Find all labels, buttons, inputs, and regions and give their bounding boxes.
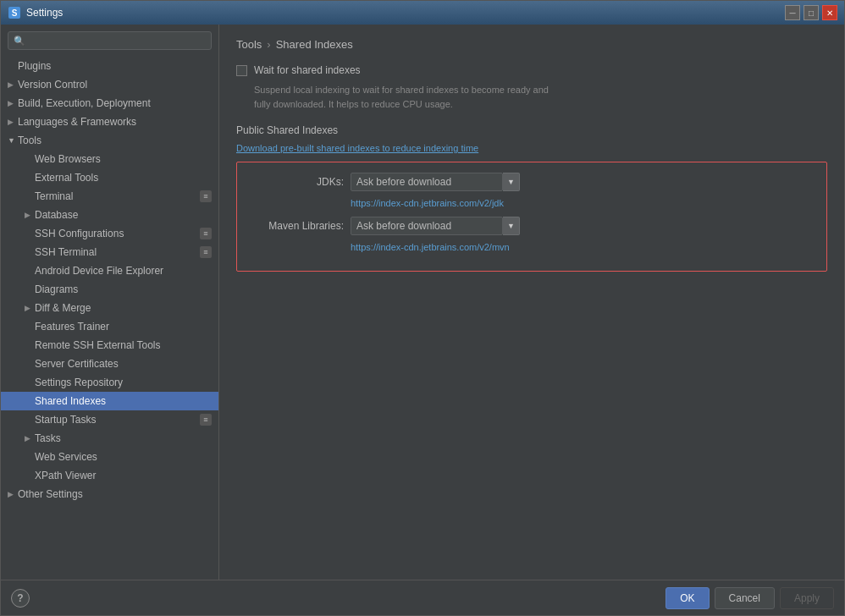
sidebar-item-xpath-viewer[interactable]: XPath Viewer <box>1 466 218 485</box>
window-controls: ─ □ ✕ <box>785 5 837 20</box>
arrow-icon <box>25 341 35 349</box>
breadcrumb-current: Shared Indexes <box>276 38 353 51</box>
arrow-icon <box>25 285 35 294</box>
sidebar-item-shared-indexes[interactable]: Shared Indexes <box>1 392 218 410</box>
wait-checkbox-label: Wait for shared indexes <box>254 64 361 76</box>
ok-button[interactable]: OK <box>666 587 709 609</box>
sidebar-item-label: Build, Execution, Deployment <box>18 97 151 109</box>
search-input[interactable] <box>29 35 206 47</box>
jdk-field-row: JDKs: Ask before download Always downloa… <box>251 173 813 191</box>
arrow-icon <box>25 322 35 331</box>
maven-dropdown-wrapper: Ask before download Always download Neve… <box>351 217 520 235</box>
sidebar-item-tools[interactable]: ▼ Tools <box>1 131 218 150</box>
bottom-bar: ? OK Cancel Apply <box>1 580 844 615</box>
jdk-dropdown-arrow[interactable]: ▼ <box>503 173 520 191</box>
search-icon: 🔍 <box>14 36 25 47</box>
sidebar-item-label: SSH Configurations <box>35 228 124 239</box>
sidebar-item-web-services[interactable]: Web Services <box>1 448 218 466</box>
outlined-box: JDKs: Ask before download Always downloa… <box>236 162 827 272</box>
sidebar-item-diagrams[interactable]: Diagrams <box>1 280 218 299</box>
sidebar-item-label: Features Trainer <box>35 321 109 333</box>
sidebar-item-label: Shared Indexes <box>35 395 106 407</box>
sidebar-item-label: Plugins <box>18 60 51 72</box>
arrow-icon: ▶ <box>8 80 18 89</box>
sidebar-item-build-execution[interactable]: ▶ Build, Execution, Deployment <box>1 94 218 113</box>
sidebar-item-label: Android Device File Explorer <box>35 265 163 277</box>
sidebar-item-label: Web Browsers <box>35 153 101 165</box>
sidebar-item-external-tools[interactable]: External Tools <box>1 168 218 187</box>
jdk-url: https://index-cdn.jetbrains.com/v2/jdk <box>351 198 813 208</box>
help-button[interactable]: ? <box>11 589 30 608</box>
sidebar-item-label: Languages & Frameworks <box>18 116 136 128</box>
download-link[interactable]: Download pre-built shared indexes to red… <box>236 143 827 153</box>
apply-button[interactable]: Apply <box>780 587 834 609</box>
arrow-icon <box>25 267 35 275</box>
sidebar-item-tasks[interactable]: ▶ Tasks <box>1 429 218 448</box>
arrow-icon <box>25 192 35 201</box>
jdk-dropdown-wrapper: Ask before download Always download Neve… <box>351 173 520 191</box>
sidebar-item-label: Terminal <box>35 190 73 202</box>
sidebar-item-android[interactable]: Android Device File Explorer <box>1 261 218 280</box>
arrow-icon <box>25 378 35 387</box>
maven-dropdown-arrow[interactable]: ▼ <box>503 217 520 235</box>
settings-window: S Settings ─ □ ✕ 🔍 Plugins ▶ <box>0 0 845 616</box>
sidebar-item-label: Diagrams <box>35 283 78 295</box>
sidebar-item-ssh-terminal[interactable]: SSH Terminal ≡ <box>1 243 218 261</box>
sidebar-item-label: Web Services <box>35 451 97 463</box>
sidebar-item-label: Version Control <box>18 79 87 91</box>
minimize-button[interactable]: ─ <box>785 5 800 20</box>
sidebar-item-languages[interactable]: ▶ Languages & Frameworks <box>1 113 218 131</box>
wait-checkbox-row: Wait for shared indexes <box>236 64 827 76</box>
sidebar-item-database[interactable]: ▶ Database <box>1 206 218 224</box>
sidebar-item-features-trainer[interactable]: Features Trainer <box>1 317 218 336</box>
sidebar: 🔍 Plugins ▶ Version Control ▶ Build, Exe… <box>1 25 219 580</box>
window-title: Settings <box>26 7 785 19</box>
breadcrumb-separator: › <box>267 38 270 51</box>
sidebar-item-terminal[interactable]: Terminal ≡ <box>1 187 218 206</box>
sidebar-item-other-settings[interactable]: ▶ Other Settings <box>1 485 218 503</box>
maven-label: Maven Libraries: <box>251 220 344 232</box>
sidebar-item-label: Tools <box>18 135 41 146</box>
sidebar-item-label: Database <box>35 209 78 221</box>
breadcrumb-parent: Tools <box>236 38 262 51</box>
sidebar-item-startup-tasks[interactable]: Startup Tasks ≡ <box>1 410 218 429</box>
close-button[interactable]: ✕ <box>822 5 837 20</box>
arrow-icon <box>8 62 18 70</box>
maximize-button[interactable]: □ <box>804 5 819 20</box>
search-box[interactable]: 🔍 <box>8 31 212 50</box>
wait-checkbox[interactable] <box>236 65 247 76</box>
svg-text:S: S <box>12 8 18 18</box>
sidebar-item-remote-ssh[interactable]: Remote SSH External Tools <box>1 336 218 355</box>
arrow-icon <box>25 248 35 256</box>
sidebar-item-plugins[interactable]: Plugins <box>1 57 218 75</box>
jdk-dropdown[interactable]: Ask before download Always download Neve… <box>351 173 503 191</box>
sidebar-item-web-browsers[interactable]: Web Browsers <box>1 150 218 168</box>
arrow-icon <box>25 397 35 405</box>
maven-dropdown[interactable]: Ask before download Always download Neve… <box>351 217 503 235</box>
checkbox-description: Suspend local indexing to wait for share… <box>254 83 827 111</box>
badge-icon: ≡ <box>200 228 212 239</box>
sidebar-item-server-certificates[interactable]: Server Certificates <box>1 355 218 373</box>
sidebar-item-diff-merge[interactable]: ▶ Diff & Merge <box>1 299 218 317</box>
main-content: Tools › Shared Indexes Wait for shared i… <box>219 25 844 580</box>
nav-section: Plugins ▶ Version Control ▶ Build, Execu… <box>1 57 218 503</box>
arrow-icon: ▶ <box>8 490 18 498</box>
sidebar-item-label: Remote SSH External Tools <box>35 339 161 351</box>
arrow-icon: ▶ <box>8 99 18 107</box>
arrow-icon: ▶ <box>25 211 35 219</box>
sidebar-item-label: Settings Repository <box>35 377 123 388</box>
sidebar-item-label: Startup Tasks <box>35 414 96 426</box>
arrow-icon <box>25 415 35 424</box>
arrow-icon <box>25 360 35 368</box>
breadcrumb: Tools › Shared Indexes <box>236 38 827 51</box>
sidebar-item-ssh-configurations[interactable]: SSH Configurations ≡ <box>1 224 218 243</box>
title-bar: S Settings ─ □ ✕ <box>1 1 844 25</box>
sidebar-item-label: Server Certificates <box>35 358 119 370</box>
cancel-button[interactable]: Cancel <box>715 587 775 609</box>
arrow-icon <box>25 229 35 238</box>
arrow-icon <box>25 155 35 163</box>
sidebar-item-label: XPath Viewer <box>35 470 97 481</box>
sidebar-item-settings-repository[interactable]: Settings Repository <box>1 373 218 392</box>
sidebar-item-version-control[interactable]: ▶ Version Control <box>1 75 218 94</box>
arrow-icon: ▶ <box>25 304 35 312</box>
